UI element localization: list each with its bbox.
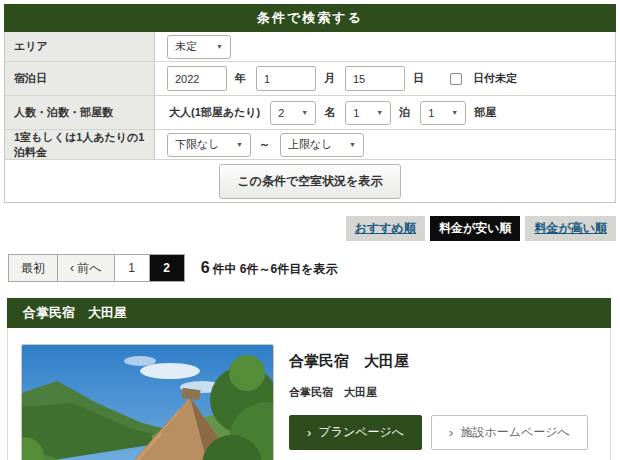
price-max-value: 上限なし <box>288 137 333 152</box>
month-unit: 月 <box>324 71 335 86</box>
form-row-guests: 人数・泊数・部屋数 大人(1部屋あたり) 2 ▼ 名 1 ▼ 泊 1 <box>5 96 615 130</box>
pagination-prev[interactable]: ‹ 前へ <box>57 254 115 282</box>
sort-price-asc[interactable]: 料金が安い順 <box>430 216 521 241</box>
property-photo[interactable] <box>21 344 274 460</box>
nights-select[interactable]: 1 ▼ <box>345 101 391 125</box>
date-undecided-label: 日付未定 <box>473 71 517 86</box>
area-label: エリア <box>5 32 155 61</box>
facility-home-label: 施設ホームページへ <box>460 424 569 441</box>
result-count-text: 件中 6件～6件目を表示 <box>213 262 338 276</box>
rooms-select[interactable]: 1 ▼ <box>420 101 466 125</box>
day-input[interactable] <box>345 66 405 91</box>
nights-select-value: 1 <box>353 107 359 119</box>
pagination-page-2-current: 2 <box>149 254 185 282</box>
year-unit: 年 <box>235 71 246 86</box>
sort-price-desc[interactable]: 料金が高い順 <box>525 216 616 241</box>
chevron-right-icon: › <box>449 426 453 439</box>
pagination-page-1[interactable]: 1 <box>114 254 150 282</box>
rooms-unit: 部屋 <box>474 105 496 120</box>
page: 条件で検索する エリア 未定 ▼ 宿泊日 年 月 <box>4 4 616 460</box>
rooms-select-value: 1 <box>428 107 434 119</box>
year-input[interactable] <box>167 66 227 91</box>
property-buttons: › プランページへ › 施設ホームページへ <box>289 415 588 450</box>
adults-select-value: 2 <box>278 107 284 119</box>
adults-select[interactable]: 2 ▼ <box>270 101 316 125</box>
area-select-value: 未定 <box>175 39 197 54</box>
plan-page-button[interactable]: › プランページへ <box>289 415 422 450</box>
form-row-date: 宿泊日 年 月 日 日付未定 <box>5 62 615 96</box>
guests-label: 人数・泊数・部屋数 <box>5 96 155 129</box>
area-select[interactable]: 未定 ▼ <box>167 35 231 59</box>
price-max-select[interactable]: 上限なし ▼ <box>280 133 364 157</box>
property-info: 合掌民宿 大田屋 合掌民宿 大田屋 › プランページへ › 施設ホームページへ <box>289 344 588 460</box>
search-panel: 条件で検索する エリア 未定 ▼ 宿泊日 年 月 <box>4 4 616 203</box>
chevron-down-icon: ▼ <box>349 141 356 148</box>
form-row-submit: この条件で空室状況を表示 <box>5 160 615 202</box>
plan-page-label: プランページへ <box>318 424 404 441</box>
search-form: エリア 未定 ▼ 宿泊日 年 月 日 日 <box>4 32 616 203</box>
pagination: 最初 ‹ 前へ 1 2 6件中 6件～6件目を表示 <box>8 254 616 282</box>
sort-bar: おすすめ順 料金が安い順 料金が高い順 <box>4 216 616 241</box>
month-input[interactable] <box>256 66 316 91</box>
search-submit-button[interactable]: この条件で空室状況を表示 <box>219 164 400 199</box>
form-row-area: エリア 未定 ▼ <box>5 32 615 62</box>
property-subtitle: 合掌民宿 大田屋 <box>289 385 588 400</box>
property-title: 合掌民宿 大田屋 <box>289 352 588 371</box>
price-min-value: 下限なし <box>175 137 220 152</box>
price-min-select[interactable]: 下限なし ▼ <box>167 133 251 157</box>
search-panel-title: 条件で検索する <box>4 4 616 32</box>
date-label: 宿泊日 <box>5 62 155 95</box>
price-label: 1室もしくは1人あたりの1泊料金 <box>5 130 155 159</box>
result-card-body: 合掌民宿 大田屋 合掌民宿 大田屋 › プランページへ › 施設ホームページへ <box>7 328 611 460</box>
adults-prefix: 大人(1部屋あたり) <box>169 105 260 120</box>
chevron-down-icon: ▼ <box>301 109 308 116</box>
date-undecided-checkbox[interactable] <box>450 73 462 85</box>
result-card: 合掌民宿 大田屋 <box>7 298 611 460</box>
chevron-down-icon: ▼ <box>376 109 383 116</box>
form-row-price: 1室もしくは1人あたりの1泊料金 下限なし ▼ ～ 上限なし ▼ <box>5 130 615 160</box>
chevron-down-icon: ▼ <box>451 109 458 116</box>
chevron-right-icon: › <box>307 426 311 439</box>
result-card-header: 合掌民宿 大田屋 <box>7 298 611 328</box>
day-unit: 日 <box>413 71 424 86</box>
sort-recommended[interactable]: おすすめ順 <box>346 216 425 241</box>
nights-unit: 泊 <box>399 105 410 120</box>
pagination-first[interactable]: 最初 <box>8 254 58 282</box>
gassho-farmhouse-illustration <box>22 345 274 460</box>
facility-home-button[interactable]: › 施設ホームページへ <box>431 415 588 450</box>
result-count: 6件中 6件～6件目を表示 <box>201 259 338 278</box>
result-count-total: 6 <box>201 259 210 276</box>
adults-unit: 名 <box>324 105 335 120</box>
chevron-down-icon: ▼ <box>236 141 243 148</box>
price-tilde: ～ <box>259 137 270 152</box>
chevron-down-icon: ▼ <box>216 43 223 50</box>
